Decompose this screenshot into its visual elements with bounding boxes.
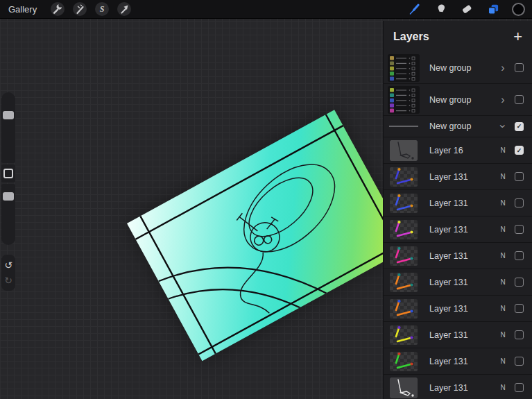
opacity-handle[interactable] [3, 192, 14, 201]
add-layer-button[interactable]: + [513, 29, 522, 44]
visibility-checkbox[interactable] [515, 251, 524, 260]
blend-mode-n[interactable]: N [495, 173, 510, 180]
blend-mode-n[interactable]: N [495, 331, 510, 339]
layer-row[interactable]: Layer 131 N [384, 190, 532, 217]
visibility-checkbox[interactable] [515, 172, 524, 181]
visibility-checkbox[interactable] [515, 63, 524, 72]
layers-panel-title: Layers [393, 31, 429, 43]
layer-row[interactable]: Layer 131 N [384, 375, 532, 399]
layer-row[interactable]: Layer 131 N [384, 322, 532, 348]
layer-label: Layer 131 [429, 383, 495, 393]
layer-row[interactable]: Layer 131 N [384, 348, 532, 375]
visibility-checkbox[interactable] [515, 383, 524, 392]
brush-size-handle[interactable] [3, 111, 14, 119]
drawing-canvas[interactable] [127, 110, 410, 361]
layer-label: New group [429, 63, 495, 73]
layer-label: Layer 131 [429, 357, 495, 366]
layer-row[interactable]: Layer 131 N [384, 296, 532, 322]
layers-panel-header: Layers + [384, 21, 532, 52]
visibility-checkbox[interactable] [515, 278, 524, 287]
layer-label: New group [429, 95, 495, 105]
layer-row[interactable]: New group › [384, 84, 532, 116]
layer-label: Layer 131 [429, 278, 495, 287]
layer-row[interactable]: Layer 131 N [384, 164, 532, 190]
undo-icon[interactable]: ↺ [4, 260, 12, 270]
layer-label: Layer 131 [429, 172, 495, 182]
blend-mode-n[interactable]: N [495, 357, 510, 365]
layer-thumbnail[interactable] [388, 54, 420, 82]
layer-list: New group › [384, 52, 532, 399]
layer-thumbnail[interactable] [388, 140, 420, 161]
blend-mode-n[interactable]: N [495, 146, 510, 154]
layer-label: Layer 131 [429, 225, 495, 235]
visibility-checkbox[interactable] [515, 95, 524, 104]
layer-label: Layer 16 [429, 146, 495, 155]
undo-redo-group: ↺ ↻ [1, 255, 15, 291]
visibility-checkbox[interactable] [515, 198, 524, 207]
layer-row[interactable]: Layer 131 N [384, 243, 532, 269]
layer-thumbnail[interactable] [388, 325, 420, 345]
gallery-button[interactable]: Gallery [8, 4, 37, 15]
layer-row[interactable]: New group › [384, 52, 532, 84]
layer-row[interactable]: Layer 131 N [384, 269, 532, 296]
sidebar-tools: ↺ ↻ [1, 92, 15, 291]
visibility-checkbox[interactable] [515, 225, 524, 234]
blend-mode-n[interactable]: N [495, 305, 510, 312]
redo-icon[interactable]: ↻ [4, 275, 12, 285]
visibility-checkbox[interactable] [515, 357, 524, 366]
modify-button[interactable] [1, 164, 15, 182]
blend-mode-n[interactable]: N [495, 384, 510, 391]
adjustments-wand-icon[interactable] [73, 2, 87, 16]
visibility-checkbox[interactable] [515, 122, 524, 131]
layer-label: Layer 131 [429, 304, 495, 314]
layer-label: Layer 131 [429, 330, 495, 340]
layer-thumbnail[interactable] [388, 86, 420, 114]
layer-label: Layer 131 [429, 251, 495, 261]
layer-row[interactable]: Layer 131 N [384, 217, 532, 243]
transform-arrow-icon[interactable] [117, 2, 131, 16]
canvas-drawing [127, 110, 410, 361]
brush-icon[interactable] [408, 3, 420, 15]
visibility-checkbox[interactable] [515, 330, 524, 339]
modify-square-icon [3, 169, 13, 178]
blend-mode-n[interactable]: N [495, 226, 510, 233]
selection-s-glyph: S [100, 5, 105, 13]
visibility-checkbox[interactable] [515, 146, 524, 155]
layer-row[interactable]: Layer 16 N [384, 137, 532, 164]
opacity-slider[interactable] [1, 184, 15, 245]
layer-thumbnail[interactable] [388, 273, 420, 292]
layer-thumbnail[interactable] [388, 121, 420, 131]
layer-thumbnail[interactable] [388, 377, 420, 398]
chevron-right-icon: › [501, 62, 504, 74]
top-toolbar: Gallery S [0, 0, 532, 19]
blend-mode-n[interactable]: N [495, 252, 510, 260]
layers-panel: Layers + [383, 21, 532, 399]
layer-thumbnail[interactable] [388, 194, 420, 213]
layers-icon[interactable] [487, 3, 499, 15]
layer-row[interactable]: New group › [384, 116, 532, 137]
blend-mode-n[interactable]: N [495, 278, 510, 286]
color-swatch[interactable] [512, 3, 525, 16]
chevron-down-icon: › [497, 124, 508, 128]
eraser-icon[interactable] [461, 3, 473, 15]
layer-marker[interactable]: › [495, 120, 510, 133]
layer-label: New group [429, 121, 495, 131]
selection-s-icon[interactable]: S [95, 2, 109, 16]
visibility-checkbox[interactable] [515, 304, 524, 313]
layer-thumbnail[interactable] [388, 299, 420, 319]
layer-marker[interactable]: › [495, 62, 510, 74]
brush-size-slider[interactable] [1, 92, 15, 163]
layer-thumbnail[interactable] [388, 167, 420, 187]
smudge-finger-icon[interactable] [434, 3, 447, 15]
layer-thumbnail[interactable] [388, 246, 420, 266]
blend-mode-n[interactable]: N [495, 199, 510, 207]
layer-thumbnail[interactable] [388, 220, 420, 239]
wrench-icon[interactable] [51, 2, 65, 16]
chevron-right-icon: › [501, 94, 504, 105]
layer-label: Layer 131 [429, 198, 495, 208]
layer-thumbnail[interactable] [388, 352, 420, 371]
layer-marker[interactable]: › [495, 94, 510, 106]
